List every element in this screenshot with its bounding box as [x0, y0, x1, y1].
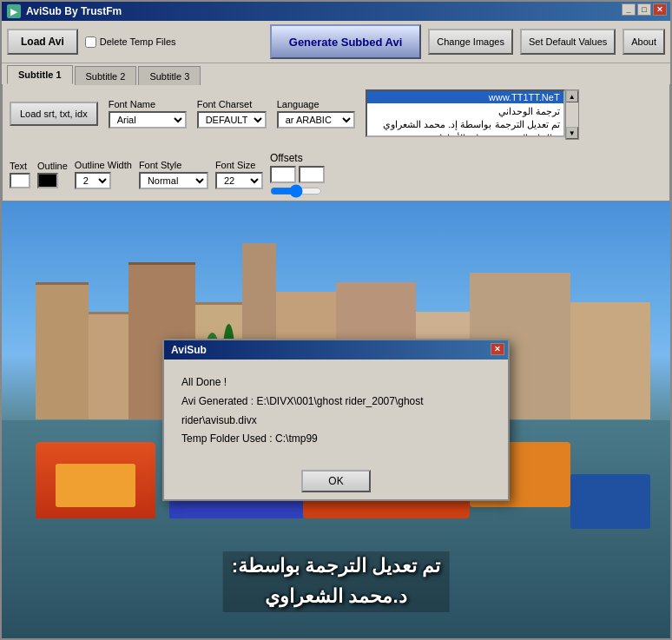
scrollbar-up-button[interactable]: ▲: [566, 90, 578, 102]
font-charset-select[interactable]: DEFAULT: [197, 111, 267, 129]
dialog-line-2: Avi Generated : E:\DIVX\001\ghost rider_…: [181, 393, 491, 430]
restore-button[interactable]: □: [637, 3, 651, 16]
offsets-row: 10 -4: [270, 166, 325, 183]
font-style-group: Font Style Normal: [139, 160, 208, 189]
window-title: AviSub By TrustFm: [26, 5, 122, 17]
outline-color-group: Outline: [37, 161, 68, 188]
outline-width-select[interactable]: 2: [75, 172, 111, 189]
load-avi-button[interactable]: Load Avi: [7, 29, 78, 55]
text-color-group: Text: [10, 161, 30, 188]
title-bar-controls: _ □ ✕: [622, 3, 667, 16]
language-group: Language ar ARABIC: [277, 99, 355, 129]
font-size-group: Font Size 22: [215, 160, 263, 189]
outline-label: Outline: [37, 161, 68, 171]
close-button[interactable]: ✕: [653, 3, 667, 16]
about-button[interactable]: About: [623, 29, 665, 55]
tab-subtitle-2[interactable]: Subtitle 2: [75, 66, 137, 85]
tab-subtitle-1[interactable]: Subtitle 1: [7, 65, 73, 84]
text-label: Text: [10, 161, 30, 171]
dialog-line-3: Temp Folder Used : C:\tmp99: [181, 430, 491, 449]
tabs-bar: Subtitle 1 Subtitle 2 Subtitle 3: [2, 63, 670, 84]
outline-color-box[interactable]: [37, 173, 58, 188]
language-select[interactable]: ar ARABIC: [277, 111, 355, 129]
offsets-slider-row: [270, 185, 325, 197]
font-style-label: Font Style: [139, 160, 208, 170]
font-name-label: Font Name: [109, 99, 187, 109]
title-bar: ▶ AviSub By TrustFm _ □ ✕: [2, 2, 670, 21]
font-name-select[interactable]: Arial: [109, 111, 187, 129]
delete-temp-label: Delete Temp Files: [85, 36, 176, 48]
offsets-x-input[interactable]: 10: [270, 166, 296, 183]
offsets-slider[interactable]: [270, 185, 322, 197]
load-srt-button[interactable]: Load srt, txt, idx: [10, 102, 98, 126]
controls-row-2: Text Outline Outline Width 2 Font Style …: [10, 152, 662, 197]
dialog-body: All Done ! Avi Generated : E:\DIVX\001\g…: [164, 360, 508, 462]
arabic-panel-header: www.TT1TT.NeT: [367, 91, 563, 103]
main-window: ▶ AviSub By TrustFm _ □ ✕ Load Avi Delet…: [0, 0, 672, 640]
minimize-button[interactable]: _: [622, 3, 636, 16]
dialog-title-text: AviSub: [171, 344, 207, 356]
dialog-close-button[interactable]: ✕: [491, 343, 504, 355]
language-label: Language: [277, 99, 355, 109]
delete-temp-checkbox[interactable]: [85, 36, 96, 48]
main-image-area: تم تعديل الترجمة بواسطة: د.محمد الشعراوي…: [2, 201, 670, 638]
dialog-footer: OK: [164, 463, 508, 499]
arabic-panel-body: ترجمة الوحداني تم تعديل الترجمة بواسطة إ…: [367, 103, 563, 137]
font-charset-label: Font Charset: [197, 99, 267, 109]
arabic-panel-scrollbar[interactable]: ▲ ▼: [565, 89, 579, 140]
font-size-label: Font Size: [215, 160, 263, 170]
font-style-select[interactable]: Normal: [139, 172, 208, 189]
offsets-label: Offsets: [270, 152, 325, 164]
app-icon: ▶: [7, 4, 21, 18]
toolbar: Load Avi Delete Temp Files Generate Subb…: [2, 21, 670, 63]
offsets-group: Offsets 10 -4: [270, 152, 325, 197]
outline-width-group: Outline Width 2: [75, 160, 132, 189]
generate-button[interactable]: Generate Subbed Avi: [270, 24, 422, 59]
scrollbar-down-button[interactable]: ▼: [566, 127, 578, 139]
text-color-box[interactable]: [10, 173, 30, 188]
set-default-values-button[interactable]: Set Default Values: [520, 29, 616, 55]
arabic-text-panel: www.TT1TT.NeT ترجمة الوحداني تم تعديل ال…: [366, 89, 565, 137]
controls-panel: Load srt, txt, idx Font Name Arial Font …: [2, 84, 670, 201]
tab-subtitle-3[interactable]: Subtitle 3: [138, 66, 201, 85]
avisub-dialog: AviSub ✕ All Done ! Avi Generated : E:\D…: [162, 339, 510, 500]
dialog-overlay: AviSub ✕ All Done ! Avi Generated : E:\D…: [2, 201, 670, 638]
font-name-group: Font Name Arial: [109, 99, 187, 129]
change-images-button[interactable]: Change Images: [428, 29, 513, 55]
dialog-ok-button[interactable]: OK: [301, 470, 371, 492]
offsets-y-input[interactable]: -4: [299, 166, 325, 183]
dialog-line-1: All Done !: [181, 373, 491, 393]
font-size-select[interactable]: 22: [215, 172, 263, 189]
font-charset-group: Font Charset DEFAULT: [197, 99, 267, 129]
arabic-text-panel-wrapper: www.TT1TT.NeT ترجمة الوحداني تم تعديل ال…: [366, 89, 579, 140]
dialog-title-bar: AviSub ✕: [164, 340, 508, 360]
outline-width-label: Outline Width: [75, 160, 132, 170]
